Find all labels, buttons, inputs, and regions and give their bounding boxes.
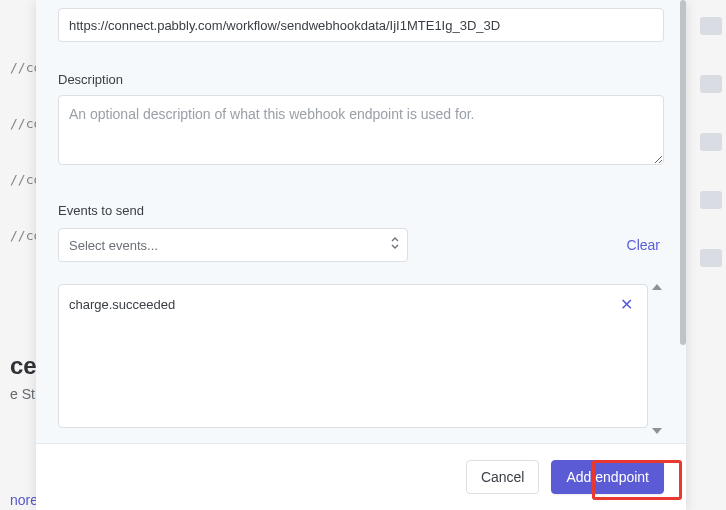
event-item: charge.succeeded ✕ bbox=[69, 295, 637, 314]
bg-chip bbox=[700, 17, 722, 35]
bg-chip bbox=[700, 249, 722, 267]
background-right-chips bbox=[696, 0, 726, 510]
bg-chip bbox=[700, 191, 722, 209]
cancel-button[interactable]: Cancel bbox=[466, 460, 540, 494]
scroll-down-icon[interactable] bbox=[652, 428, 662, 434]
clear-events-link[interactable]: Clear bbox=[627, 237, 664, 253]
endpoint-url-input[interactable] bbox=[58, 8, 664, 42]
modal-body: Description Events to send Select events… bbox=[36, 0, 686, 444]
events-label: Events to send bbox=[58, 203, 144, 218]
selected-events-list: charge.succeeded ✕ bbox=[58, 284, 648, 428]
modal-scrollbar[interactable] bbox=[680, 0, 686, 345]
events-header: Events to send bbox=[58, 203, 664, 218]
bg-chip bbox=[700, 75, 722, 93]
scroll-up-icon[interactable] bbox=[652, 284, 662, 290]
remove-event-icon[interactable]: ✕ bbox=[616, 295, 637, 314]
events-select[interactable]: Select events... bbox=[58, 228, 408, 262]
modal-footer: Cancel Add endpoint bbox=[36, 444, 686, 510]
description-label: Description bbox=[58, 72, 664, 87]
bg-chip bbox=[700, 133, 722, 151]
description-textarea[interactable] bbox=[58, 95, 664, 165]
add-endpoint-button[interactable]: Add endpoint bbox=[551, 460, 664, 494]
events-list-wrap: charge.succeeded ✕ bbox=[58, 284, 664, 434]
event-name: charge.succeeded bbox=[69, 297, 175, 312]
events-select-wrap: Select events... bbox=[58, 228, 408, 262]
events-scrollbar[interactable] bbox=[650, 284, 664, 434]
add-endpoint-modal: Description Events to send Select events… bbox=[36, 0, 686, 510]
